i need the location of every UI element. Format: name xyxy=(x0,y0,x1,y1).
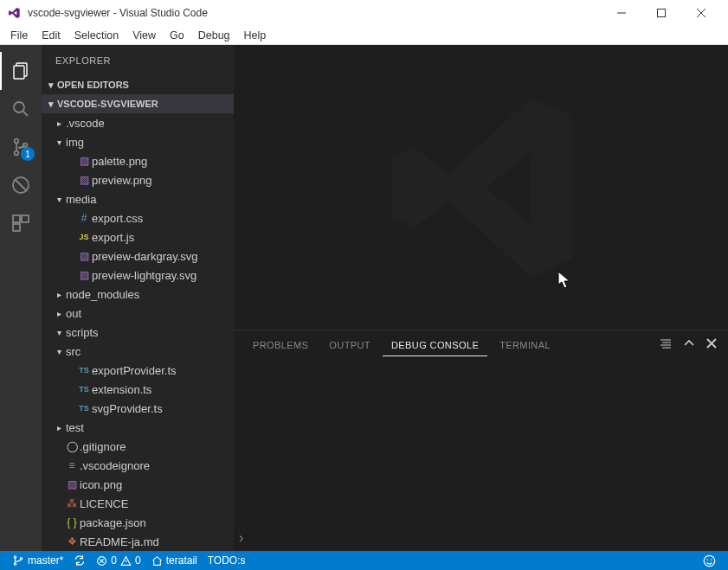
panel-tab-debug-console[interactable]: DEBUG CONSOLE xyxy=(383,335,487,356)
tree-file[interactable]: ▨preview.png xyxy=(42,170,234,189)
window-minimize-button[interactable] xyxy=(602,0,641,26)
status-teratail[interactable]: teratail xyxy=(146,551,203,570)
panel-tab-problems[interactable]: PROBLEMS xyxy=(244,335,317,355)
tree-file[interactable]: ▨icon.png xyxy=(42,475,234,494)
tree-file[interactable]: ⁂LICENCE xyxy=(42,494,234,513)
svg-point-3 xyxy=(14,102,24,112)
tree-item-label: export.js xyxy=(92,231,134,244)
panel-close-icon[interactable] xyxy=(705,337,718,353)
status-errors-count: 0 xyxy=(111,554,117,567)
panel-body[interactable]: › xyxy=(234,360,728,551)
activity-extensions[interactable] xyxy=(0,204,42,242)
tree-file[interactable]: ▨palette.png xyxy=(42,151,234,170)
tree-file[interactable]: ◯.gitignore xyxy=(42,437,234,456)
svg-icon: ▨ xyxy=(76,250,92,262)
chevron-down-icon: ▾ xyxy=(54,195,64,204)
tree-folder[interactable]: ▾src xyxy=(42,342,234,361)
tree-item-label: preview.png xyxy=(92,174,151,187)
chevron-right-icon: › xyxy=(239,530,243,546)
status-feedback[interactable] xyxy=(698,554,721,567)
chevron-down-icon: ▾ xyxy=(54,347,64,356)
tree-folder[interactable]: ▾media xyxy=(42,189,234,208)
tree-file[interactable]: ▨preview-lightgray.svg xyxy=(42,266,234,285)
svg-point-17 xyxy=(711,559,712,560)
tree-file[interactable]: JSexport.js xyxy=(42,227,234,247)
tree-folder[interactable]: ▾scripts xyxy=(42,323,234,342)
tree-item-label: .gitignore xyxy=(80,440,126,453)
activity-explorer[interactable] xyxy=(0,52,42,90)
tree-folder[interactable]: ▸node_modules xyxy=(42,285,234,304)
menu-help[interactable]: Help xyxy=(237,28,274,43)
bottom-panel: PROBLEMSOUTPUTDEBUG CONSOLETERMINAL › xyxy=(234,330,728,551)
git-branch-icon xyxy=(12,554,24,567)
activity-debug[interactable] xyxy=(0,166,42,204)
menu-view[interactable]: View xyxy=(126,28,163,43)
ts-icon: TS xyxy=(76,385,92,394)
tree-item-label: out xyxy=(66,307,81,320)
activity-scm[interactable]: 1 xyxy=(0,128,42,166)
file-tree[interactable]: ▸.vscode▾img▨palette.png▨preview.png▾med… xyxy=(42,113,234,551)
section-folder[interactable]: ▾ VSCODE-SVGVIEWER xyxy=(42,94,234,113)
tree-file[interactable]: TSextension.ts xyxy=(42,380,234,399)
status-problems[interactable]: 0 0 xyxy=(91,551,145,570)
chevron-right-icon: ▸ xyxy=(54,423,64,432)
section-label: OPEN EDITORS xyxy=(57,80,129,90)
svg-rect-10 xyxy=(13,224,20,231)
status-todos[interactable]: TODO:s xyxy=(203,551,251,570)
panel-filter-icon[interactable] xyxy=(659,337,673,353)
tree-file[interactable]: ❖README-ja.md xyxy=(42,532,234,551)
menu-selection[interactable]: Selection xyxy=(68,28,126,43)
window-title: vscode-svgviewer - Visual Studio Code xyxy=(28,7,602,19)
tree-item-label: exportProvider.ts xyxy=(92,364,177,377)
json-icon: { } xyxy=(64,516,80,528)
tree-item-label: svgProvider.ts xyxy=(92,402,163,415)
tree-item-label: media xyxy=(66,193,96,206)
svg-rect-8 xyxy=(13,215,20,222)
svg-point-16 xyxy=(707,559,709,560)
tree-item-label: scripts xyxy=(66,326,99,339)
tree-file[interactable]: TSsvgProvider.ts xyxy=(42,399,234,418)
svg-icon: ▨ xyxy=(76,269,92,281)
sidebar-title: EXPLORER xyxy=(42,45,234,75)
tree-folder[interactable]: ▾img xyxy=(42,132,234,151)
svg-point-5 xyxy=(15,151,19,156)
lic-icon: ⁂ xyxy=(64,497,80,509)
svg-point-4 xyxy=(15,139,19,144)
tree-file[interactable]: ≡.vscodeignore xyxy=(42,456,234,475)
status-branch[interactable]: master* xyxy=(7,551,68,570)
svg-rect-9 xyxy=(22,215,29,222)
window-close-button[interactable] xyxy=(681,0,721,26)
tree-item-label: node_modules xyxy=(66,288,139,301)
tree-file[interactable]: ▨preview-darkgray.svg xyxy=(42,247,234,266)
tree-folder[interactable]: ▸.vscode xyxy=(42,113,234,132)
menubar: FileEditSelectionViewGoDebugHelp xyxy=(0,26,728,45)
chevron-down-icon: ▾ xyxy=(54,138,64,147)
vs-logo-icon xyxy=(7,6,21,20)
tree-folder[interactable]: ▸out xyxy=(42,304,234,323)
tree-file[interactable]: { }package.json xyxy=(42,513,234,532)
svg-point-13 xyxy=(20,558,22,560)
panel-maximize-icon[interactable] xyxy=(683,337,695,353)
chevron-down-icon: ▾ xyxy=(54,328,64,337)
tree-file[interactable]: #export.css xyxy=(42,208,234,227)
chevron-right-icon: ▸ xyxy=(54,118,64,128)
error-icon xyxy=(96,555,107,567)
menu-edit[interactable]: Edit xyxy=(35,28,68,43)
svg-point-15 xyxy=(704,555,715,567)
menu-file[interactable]: File xyxy=(3,28,35,43)
chevron-right-icon: ▸ xyxy=(54,290,64,299)
menu-go[interactable]: Go xyxy=(163,28,191,43)
tree-file[interactable]: TSexportProvider.ts xyxy=(42,361,234,380)
status-sync[interactable] xyxy=(68,551,91,570)
activity-search[interactable] xyxy=(0,90,42,128)
menu-debug[interactable]: Debug xyxy=(191,28,237,43)
panel-tab-output[interactable]: OUTPUT xyxy=(320,335,379,355)
section-open-editors[interactable]: ▾ OPEN EDITORS xyxy=(42,75,234,94)
tree-item-label: img xyxy=(66,136,84,149)
tree-folder[interactable]: ▸test xyxy=(42,418,234,437)
tree-item-label: extension.ts xyxy=(92,383,151,396)
window-maximize-button[interactable] xyxy=(641,0,681,26)
panel-tab-terminal[interactable]: TERMINAL xyxy=(491,335,559,355)
ign-icon: ≡ xyxy=(64,459,80,471)
section-label: VSCODE-SVGVIEWER xyxy=(57,99,158,109)
